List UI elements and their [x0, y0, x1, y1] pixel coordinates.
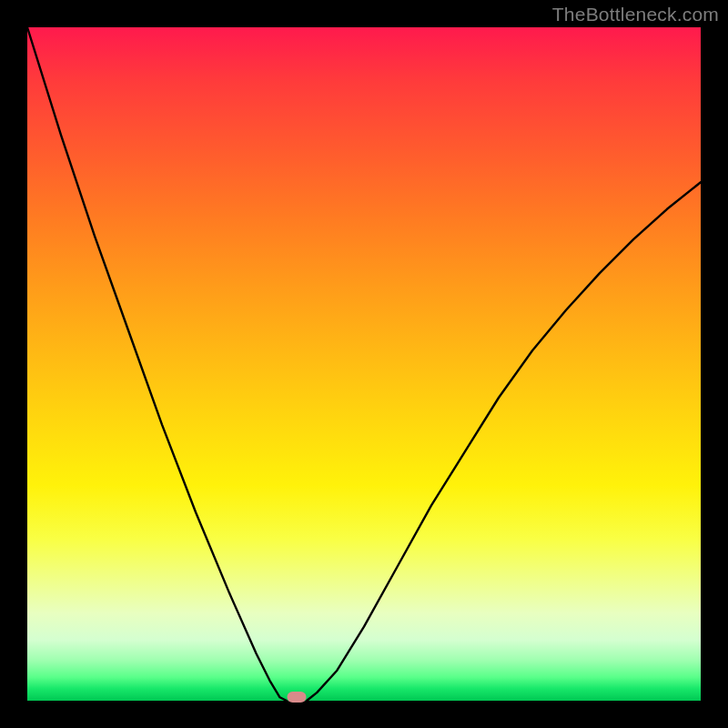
curve-right-branch	[307, 182, 701, 701]
plot-area	[27, 27, 701, 701]
curve-svg	[27, 27, 701, 701]
optimal-marker	[288, 692, 307, 703]
watermark-text: TheBottleneck.com	[552, 4, 719, 25]
curve-left-branch	[27, 27, 287, 701]
chart-frame: TheBottleneck.com	[0, 0, 728, 728]
